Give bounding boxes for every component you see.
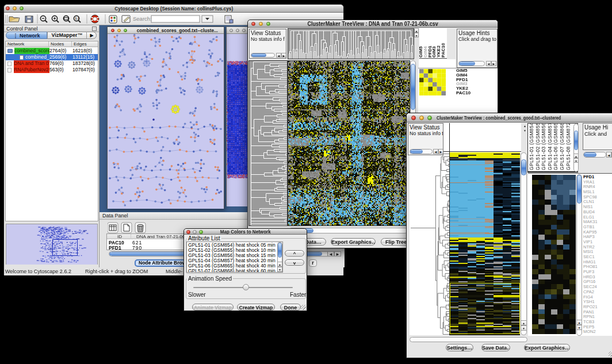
svg-text:GPL51-07 (GSM868): GPL51-07 (GSM868): [559, 124, 565, 170]
svg-text:GPL51-02 (GSM855): GPL51-02 (GSM855): [535, 124, 541, 170]
svg-text:1:1: 1:1: [75, 17, 79, 20]
svg-text:GPL51-08 (GSM872): GPL51-08 (GSM872): [565, 124, 571, 170]
svg-text:GPL51-04 (GSM857): GPL51-04 (GSM857): [547, 124, 553, 170]
svg-text:GPL51-06 (GSM865): GPL51-06 (GSM865): [553, 124, 559, 170]
svg-text:GPL51-01 (GSM854): GPL51-01 (GSM854): [529, 124, 534, 170]
svg-text:PAC10: PAC10: [441, 43, 446, 58]
svg-text:Search:: Search:: [133, 16, 152, 22]
svg-text:GPL51-03 (GSM856): GPL51-03 (GSM856): [541, 124, 546, 170]
